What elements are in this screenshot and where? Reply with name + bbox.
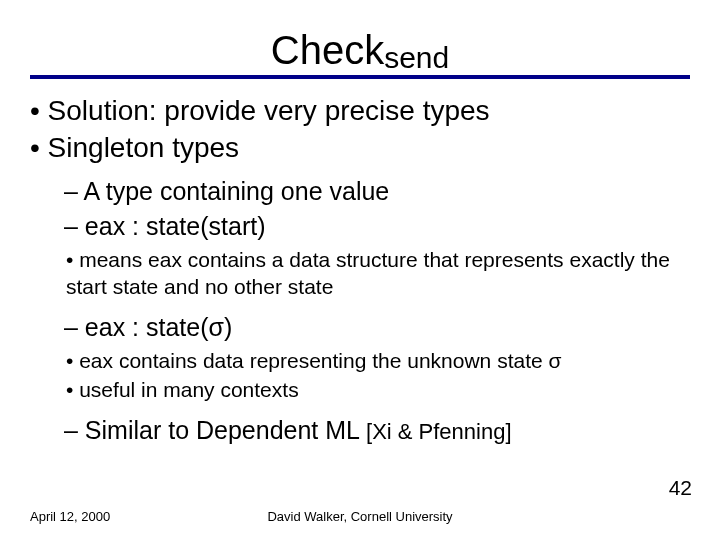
slide-number: 42 xyxy=(669,476,692,500)
title-main: Check xyxy=(271,28,384,72)
bullet-lvl2: Similar to Dependent ML [Xi & Pfenning] xyxy=(64,414,690,447)
bullet-lvl2: eax : state(σ) xyxy=(64,311,690,344)
bullet-lvl2-text: Similar to Dependent ML xyxy=(85,416,366,444)
bullet-list-lvl2: A type containing one value eax : state(… xyxy=(30,175,690,242)
bullet-list-lvl1: Solution: provide very precise types Sin… xyxy=(30,93,690,165)
bullet-list-lvl2: eax : state(σ) xyxy=(30,311,690,344)
bullet-lvl1: Singleton types xyxy=(30,130,690,165)
title-subscript: send xyxy=(384,41,449,74)
bullet-lvl2: A type containing one value xyxy=(64,175,690,208)
bullet-list-lvl3: means eax contains a data structure that… xyxy=(30,246,690,301)
bullet-lvl3: useful in many contexts xyxy=(66,376,690,403)
title-wrap: Checksend xyxy=(0,0,720,73)
bullet-list-lvl3: eax contains data representing the unkno… xyxy=(30,347,690,404)
citation: [Xi & Pfenning] xyxy=(366,419,512,444)
bullet-lvl1: Solution: provide very precise types xyxy=(30,93,690,128)
bullet-list-lvl2: Similar to Dependent ML [Xi & Pfenning] xyxy=(30,414,690,447)
bullet-lvl3: means eax contains a data structure that… xyxy=(66,246,690,301)
slide-title: Checksend xyxy=(271,28,449,73)
footer-author: David Walker, Cornell University xyxy=(0,509,720,524)
bullet-lvl2: eax : state(start) xyxy=(64,210,690,243)
slide-content: Solution: provide very precise types Sin… xyxy=(0,79,720,446)
bullet-lvl3: eax contains data representing the unkno… xyxy=(66,347,690,374)
